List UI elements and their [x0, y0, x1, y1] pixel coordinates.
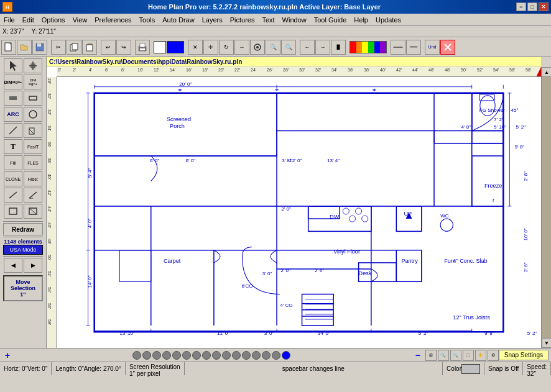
tb-cut[interactable]: ✂	[51, 40, 66, 55]
zoom-out2[interactable]: 🔍	[450, 350, 461, 361]
circle-btn-15[interactable]	[272, 351, 280, 360]
tb-flip[interactable]: ↔	[234, 40, 249, 55]
minimize-button[interactable]: −	[516, 2, 526, 11]
menu-updates[interactable]: Updates	[372, 15, 405, 25]
menu-file[interactable]: File	[0, 15, 19, 25]
zoom-plus-icon[interactable]: +	[2, 351, 12, 360]
circle-btn-3[interactable]	[152, 351, 161, 360]
tb-move[interactable]: ✛	[203, 40, 218, 55]
tb-delete[interactable]	[440, 40, 455, 55]
lt-clone[interactable]: CLONE	[4, 171, 22, 186]
vscroll-up[interactable]: ▲	[542, 67, 551, 77]
tb-color2[interactable]	[167, 41, 184, 53]
tb-new[interactable]	[1, 40, 16, 55]
tb-color1[interactable]	[154, 41, 166, 53]
circle-btn-9[interactable]	[212, 351, 221, 360]
tb-line-style[interactable]: ═══	[391, 40, 405, 55]
lt-wall1[interactable]	[4, 91, 22, 106]
circle-btn-14[interactable]	[262, 351, 271, 360]
menu-pictures[interactable]: Pictures	[226, 15, 259, 25]
lt-dim[interactable]: DIMsign+	[4, 75, 22, 89]
circle-btn-12[interactable]	[242, 351, 251, 360]
circle-btn-6[interactable]	[182, 351, 191, 360]
vscroll-down[interactable]: ▼	[542, 338, 551, 348]
zoom-pan[interactable]: ✋	[475, 350, 486, 361]
lt-nav-left[interactable]: ◀	[4, 258, 22, 273]
lt-arc[interactable]: ARC	[4, 107, 22, 122]
tb-undo[interactable]: ↩	[101, 40, 116, 55]
zoom-gear[interactable]: ⚙	[488, 350, 499, 361]
lt-line1[interactable]	[4, 188, 22, 203]
circle-btn-10[interactable]	[222, 351, 231, 360]
tb-select[interactable]: ✕	[188, 40, 203, 55]
tb-rotate[interactable]: ↻	[219, 40, 234, 55]
lt-fill[interactable]: Fill	[4, 155, 22, 170]
circle-btn-16[interactable]	[282, 351, 290, 360]
circle-btn-4[interactable]	[162, 351, 171, 360]
circle-btn-1[interactable]	[132, 351, 141, 360]
snap-settings-button[interactable]: Snap Settings	[499, 350, 549, 360]
lt-rect2[interactable]	[24, 204, 42, 219]
lt-select-cross[interactable]	[24, 58, 42, 73]
menu-toolguide[interactable]: Tool Guide	[310, 15, 351, 25]
lt-redraw[interactable]: Redraw	[3, 223, 43, 235]
tb-snap[interactable]	[250, 40, 265, 55]
svg-text:2' 8": 2' 8"	[523, 262, 529, 272]
lt-tiles[interactable]: FLES	[24, 155, 42, 170]
lt-text-fast[interactable]: FastT	[24, 139, 42, 154]
tb-arrow-left[interactable]: ←	[300, 40, 315, 55]
circle-btn-11[interactable]	[232, 351, 241, 360]
lt-stairs[interactable]	[4, 123, 22, 138]
menu-tools[interactable]: Tools	[136, 15, 159, 25]
lt-wall2[interactable]	[24, 91, 42, 106]
lt-dim2[interactable]: DIMsign+	[24, 75, 42, 89]
drawing-area[interactable]: C:\Users\RainbowSky.ru\Documents\hpp\Dat…	[47, 57, 541, 348]
menu-edit[interactable]: Edit	[19, 15, 38, 25]
menu-text[interactable]: Text	[258, 15, 278, 25]
blueprint-canvas[interactable]: + +	[57, 77, 541, 348]
lt-rect1[interactable]	[4, 204, 22, 219]
tb-arrow-right[interactable]: →	[315, 40, 330, 55]
color-swatch[interactable]	[461, 364, 480, 374]
menu-view[interactable]: View	[69, 15, 91, 25]
close-button[interactable]: ✕	[539, 2, 549, 11]
circle-btn-5[interactable]	[172, 351, 181, 360]
zoom-minus-icon[interactable]: −	[413, 351, 423, 360]
menu-preferences[interactable]: Preferences	[91, 15, 135, 25]
lt-angle[interactable]	[24, 188, 42, 203]
menu-help[interactable]: Help	[350, 15, 372, 25]
tb-redo[interactable]: ↪	[116, 40, 131, 55]
lt-hide[interactable]: Hide:	[24, 171, 42, 186]
tb-copy[interactable]	[67, 40, 81, 55]
tb-undo2[interactable]: Und	[425, 40, 440, 55]
lt-circle[interactable]	[24, 107, 42, 122]
tb-save[interactable]	[32, 40, 47, 55]
lt-nav-right[interactable]: ▶	[24, 258, 42, 273]
zoom-in[interactable]: 🔍	[438, 350, 449, 361]
circle-btn-8[interactable]	[202, 351, 211, 360]
lt-text[interactable]: T	[4, 139, 22, 154]
status-color: Color	[443, 362, 484, 375]
zoom-fit[interactable]: ⊞	[425, 350, 437, 361]
usa-mode[interactable]: USA Mode	[3, 245, 43, 255]
tb-zoomin[interactable]: 🔍	[266, 40, 280, 55]
menu-autodraw[interactable]: Auto Draw	[159, 15, 198, 25]
circle-btn-2[interactable]	[142, 351, 151, 360]
tb-height[interactable]: ▐▌	[331, 40, 346, 55]
menu-window[interactable]: Window	[279, 15, 310, 25]
circle-btn-7[interactable]	[192, 351, 201, 360]
tb-zoomout[interactable]: 🔍	[281, 40, 296, 55]
lt-door[interactable]	[24, 123, 42, 138]
circle-btn-13[interactable]	[252, 351, 261, 360]
maximize-button[interactable]: □	[527, 2, 537, 11]
menu-options[interactable]: Options	[38, 15, 69, 25]
zoom-select[interactable]: ⬚	[463, 350, 474, 361]
tb-print[interactable]	[135, 40, 150, 55]
menu-layers[interactable]: Layers	[198, 15, 226, 25]
right-scrollbar[interactable]: ▲ ▼	[541, 67, 551, 348]
move-selection[interactable]: MoveSelection1"	[3, 275, 43, 301]
tb-paste[interactable]	[82, 40, 97, 55]
lt-select-arrow[interactable]	[4, 58, 22, 73]
tb-line-weight[interactable]: ━━━	[406, 40, 421, 55]
tb-open[interactable]	[17, 40, 32, 55]
